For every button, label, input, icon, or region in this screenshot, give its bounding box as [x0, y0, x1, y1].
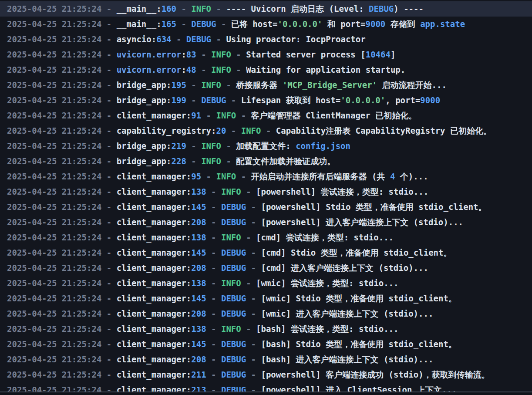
log-segment-separator: - [101, 309, 116, 318]
log-segment-module: : [186, 339, 191, 349]
log-segment-module: client_manager [117, 111, 186, 120]
log-segment-info: INFO [221, 187, 241, 196]
log-segment-debug: DEBUG [186, 34, 211, 44]
log-segment-module: client_manager [117, 354, 186, 364]
log-segment-separator: - [201, 172, 216, 181]
log-segment-timestamp: 2025-04-25 21:25:24 [7, 217, 101, 227]
log-segment-timestamp: 2025-04-25 21:25:24 [7, 339, 101, 349]
log-segment-separator: - [101, 339, 116, 349]
log-segment-separator: - [101, 19, 116, 29]
log-segment-module: client_manager [117, 309, 186, 318]
log-segment-module_alt: uvicorn.error [117, 65, 182, 74]
log-segment-separator: - [101, 172, 116, 181]
log-segment-separator: - [246, 263, 261, 273]
log-line: 2025-04-25 21:25:24 - client_manager:145… [0, 291, 532, 306]
log-segment-separator: - [101, 50, 116, 59]
log-segment-debug: DEBUG [221, 309, 246, 318]
log-line: 2025-04-25 21:25:24 - bridge_app:199 - D… [0, 93, 532, 108]
log-segment-message: [cmd] Stdio 类型，准备使用 stdio_client。 [261, 248, 451, 257]
log-segment-module: client_manager [117, 187, 186, 196]
log-segment-debug: DEBUG [201, 95, 226, 105]
log-segment-info: INFO [216, 172, 236, 181]
log-segment-info: INFO [201, 156, 221, 166]
log-line: 2025-04-25 21:25:24 - client_manager:211… [0, 367, 532, 382]
log-segment-module: __main__ [117, 19, 157, 29]
log-segment-number: 219 [172, 141, 186, 151]
log-segment-identifier: config.json [296, 141, 350, 151]
log-line: 2025-04-25 21:25:24 - bridge_app:219 - I… [0, 138, 532, 154]
log-segment-module: capability_registry [117, 126, 211, 135]
log-segment-separator: - [221, 156, 236, 166]
log-segment-timestamp: 2025-04-25 21:25:24 [7, 4, 101, 14]
log-segment-message: [bash] 进入客户端连接上下文 (stdio)... [261, 354, 433, 364]
log-segment-info: INFO [211, 50, 231, 59]
log-segment-separator: - [246, 354, 261, 364]
log-segment-separator: - [186, 156, 201, 166]
log-segment-separator: - [101, 278, 116, 288]
log-segment-number: 208 [191, 309, 206, 318]
log-segment-number: 9000 [366, 19, 386, 29]
log-segment-module: : [186, 354, 191, 364]
log-segment-separator: - [211, 34, 226, 44]
log-segment-message: [powershell] 客户端连接成功 (stdio)，获取到传输流。 [261, 370, 489, 379]
log-line: 2025-04-25 21:25:24 - client_manager:208… [0, 306, 532, 321]
log-segment-separator: - [241, 324, 256, 334]
log-segment-separator: - [226, 126, 241, 135]
log-line: 2025-04-25 21:25:24 - client_manager:95 … [0, 169, 532, 184]
log-segment-module: bridge_app [117, 141, 166, 151]
log-segment-separator: - [101, 34, 116, 44]
log-segment-module: : [156, 19, 161, 29]
log-segment-module: : [186, 294, 191, 303]
log-segment-message: 桥接服务器 [236, 80, 282, 90]
log-segment-separator: - [101, 65, 116, 74]
log-segment-separator: - [206, 339, 221, 349]
log-segment-separator: - [201, 111, 216, 120]
log-segment-separator: - [206, 248, 221, 257]
log-segment-number: 145 [191, 202, 206, 212]
log-segment-timestamp: 2025-04-25 21:25:24 [7, 202, 101, 212]
terminal-log[interactable]: 2025-04-25 21:25:24 - __main__:160 - INF… [0, 0, 532, 395]
log-segment-timestamp: 2025-04-25 21:25:24 [7, 111, 101, 120]
log-segment-message: , port= [385, 95, 420, 105]
log-segment-debug: DEBUG [369, 4, 394, 14]
log-line: 2025-04-25 21:25:24 - uvicorn.error:83 -… [0, 47, 532, 62]
log-segment-separator: - [186, 80, 201, 90]
log-segment-timestamp: 2025-04-25 21:25:24 [7, 34, 101, 44]
log-segment-module: : [186, 278, 191, 288]
log-segment-number: 95 [191, 172, 201, 181]
log-segment-module: client_manager [117, 202, 186, 212]
log-segment-separator: - [196, 50, 211, 59]
log-segment-number: 208 [191, 263, 206, 273]
log-segment-message: Lifespan 获取到 host= [241, 95, 341, 105]
log-segment-debug: DEBUG [221, 217, 246, 227]
log-segment-string: '0.0.0.0' [340, 95, 385, 105]
log-segment-separator: - [206, 278, 221, 288]
log-segment-timestamp: 2025-04-25 21:25:24 [7, 126, 101, 135]
log-segment-module: client_manager [117, 248, 186, 257]
log-segment-debug: DEBUG [221, 370, 246, 379]
log-segment-separator: - [101, 111, 116, 120]
log-segment-debug: DEBUG [221, 263, 246, 273]
log-segment-separator: - [206, 233, 221, 242]
log-segment-timestamp: 2025-04-25 21:25:24 [7, 50, 101, 59]
log-segment-module: client_manager [117, 294, 186, 303]
log-line: 2025-04-25 21:25:24 - client_manager:208… [0, 352, 532, 367]
log-line: 2025-04-25 21:25:24 - asyncio:634 - DEBU… [0, 32, 532, 47]
log-segment-message: 配置文件加载并验证成功。 [236, 156, 335, 166]
log-segment-separator: - [101, 354, 116, 364]
log-segment-message: 个)... [395, 172, 428, 181]
log-segment-number: 160 [162, 4, 176, 14]
log-segment-separator: - [236, 172, 251, 181]
log-segment-number: 228 [172, 156, 186, 166]
log-segment-separator: - [101, 95, 116, 105]
log-segment-separator: - [226, 95, 241, 105]
log-line: 2025-04-25 21:25:24 - client_manager:145… [0, 337, 532, 352]
log-segment-message: [wmic] 尝试连接，类型: stdio... [256, 278, 398, 288]
log-segment-module: : [181, 65, 186, 74]
log-segment-timestamp: 2025-04-25 21:25:24 [7, 263, 101, 273]
log-segment-separator: - [101, 370, 116, 379]
log-segment-module: : [166, 95, 171, 105]
log-segment-module: : [166, 141, 171, 151]
log-segment-module: : [166, 156, 171, 166]
log-segment-separator: - [246, 202, 261, 212]
